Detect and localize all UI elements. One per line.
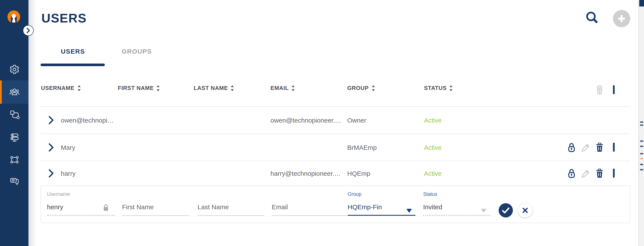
scrollbar-mark xyxy=(640,153,643,154)
lock-user-icon[interactable] xyxy=(568,169,576,179)
plus-icon xyxy=(618,15,626,23)
column-header-first-name[interactable]: FIRST NAME xyxy=(118,85,160,91)
scrollbar-mark xyxy=(640,141,643,142)
scrollbar-mark xyxy=(640,164,643,165)
sidebar-item-servers[interactable] xyxy=(0,126,28,149)
table-row: harry harry@technopioneer.… HQEmp Active xyxy=(40,161,630,186)
column-header-last-name[interactable]: LAST NAME xyxy=(194,85,234,91)
sort-icon[interactable] xyxy=(291,85,295,91)
topology-icon xyxy=(9,154,20,165)
lock-icon xyxy=(103,204,109,211)
new-user-edit-row: Username henry First Name Last Name Emai… xyxy=(40,185,630,223)
username-label: Username xyxy=(47,192,70,197)
column-header-status[interactable]: STATUS xyxy=(424,85,453,91)
expand-row-icon[interactable] xyxy=(48,143,54,152)
table-row: owen@technopi… owen@technopioneer.… Owne… xyxy=(40,106,630,134)
sidebar xyxy=(0,0,28,246)
sort-icon[interactable] xyxy=(77,85,81,91)
cancel-button[interactable] xyxy=(518,203,532,217)
sort-icon[interactable] xyxy=(371,85,375,91)
cell-email: harry@technopioneer.… xyxy=(270,170,341,177)
status-dropdown: Status Invited xyxy=(423,186,490,223)
sidebar-item-templates[interactable] xyxy=(0,103,28,127)
table-header: USERNAME FIRST NAME LAST NAME EMAIL GROU… xyxy=(0,85,644,95)
sort-icon[interactable] xyxy=(156,85,160,91)
sort-icon[interactable] xyxy=(230,85,234,91)
edit-user-icon xyxy=(581,143,590,152)
cell-username: owen@technopi… xyxy=(61,116,114,124)
scrollbar-mark xyxy=(640,125,643,126)
last-name-field[interactable]: Last Name xyxy=(198,186,264,223)
status-badge: Active xyxy=(424,144,442,151)
active-tab-underline xyxy=(40,64,105,66)
cell-group: HQEmp xyxy=(347,170,370,177)
confirm-button[interactable] xyxy=(499,203,513,217)
last-name-input: Last Name xyxy=(198,203,229,210)
sidebar-item-messages[interactable] xyxy=(0,170,28,193)
search-icon[interactable] xyxy=(585,10,600,25)
edit-user-icon xyxy=(581,169,590,178)
x-icon xyxy=(522,207,528,213)
sidebar-item-settings[interactable] xyxy=(0,58,28,81)
openvpn-logo xyxy=(6,10,22,26)
column-header-username[interactable]: USERNAME xyxy=(41,85,81,91)
column-header-group[interactable]: GROUP xyxy=(347,85,375,91)
delete-user-icon[interactable] xyxy=(596,169,604,178)
tab-users[interactable]: USERS xyxy=(40,48,105,55)
username-value: henry xyxy=(47,203,63,210)
username-field: Username henry xyxy=(47,186,115,223)
email-field[interactable]: Email xyxy=(272,186,347,223)
sort-icon[interactable] xyxy=(449,85,453,91)
check-icon xyxy=(502,207,510,213)
scrollbar-mark xyxy=(640,121,643,123)
first-name-input: First Name xyxy=(122,203,154,210)
column-header-email[interactable]: EMAIL xyxy=(270,85,295,91)
cell-username: Mary xyxy=(61,144,75,151)
scrollbar-mark xyxy=(640,169,643,170)
cell-group: BrMAEmp xyxy=(347,144,377,151)
status-selected-value: Invited xyxy=(423,203,442,210)
tab-groups[interactable]: GROUPS xyxy=(104,48,169,55)
sidebar-item-network[interactable] xyxy=(0,148,28,171)
expand-row-icon[interactable] xyxy=(48,169,54,178)
chevron-down-icon xyxy=(481,207,486,210)
shapes-icon xyxy=(9,109,20,120)
expand-row-icon[interactable] xyxy=(48,116,54,125)
sidebar-expand-button[interactable] xyxy=(23,25,34,36)
page-title: USERS xyxy=(42,11,87,26)
chevron-right-icon xyxy=(26,28,30,33)
delete-selected-icon xyxy=(596,85,604,95)
lock-user-icon[interactable] xyxy=(568,143,576,152)
add-user-button xyxy=(613,10,630,27)
users-page: USERS USERS GROUPS USERNAME FIRST NAME L… xyxy=(0,0,644,246)
cell-group: Owner xyxy=(347,116,366,124)
server-rack-icon xyxy=(9,132,20,143)
cell-email: owen@technopioneer.… xyxy=(270,116,342,124)
first-name-field[interactable]: First Name xyxy=(122,186,189,223)
group-selected-value: HQEmp-Fin xyxy=(348,203,382,210)
status-badge: Active xyxy=(424,170,442,177)
email-input: Email xyxy=(272,203,288,210)
gear-icon xyxy=(9,64,20,75)
scrollbar-thumb[interactable] xyxy=(639,0,644,7)
users-group-icon xyxy=(9,87,20,97)
chevron-down-icon xyxy=(406,207,412,210)
sidebar-item-users[interactable] xyxy=(0,80,28,104)
scrollbar-mark xyxy=(640,158,643,159)
cell-username: harry xyxy=(61,170,76,177)
delete-user-icon[interactable] xyxy=(596,143,604,152)
vertical-scrollbar[interactable] xyxy=(638,0,644,246)
status-badge: Active xyxy=(424,116,442,124)
table-row: Mary BrMAEmp Active xyxy=(40,133,630,161)
sidebar-shadow xyxy=(28,0,36,246)
scrollbar-mark xyxy=(640,146,643,147)
group-dropdown[interactable]: Group HQEmp-Fin xyxy=(348,186,416,223)
group-label: Group xyxy=(348,192,362,197)
chat-bubbles-icon xyxy=(9,176,20,187)
status-label: Status xyxy=(423,192,437,197)
